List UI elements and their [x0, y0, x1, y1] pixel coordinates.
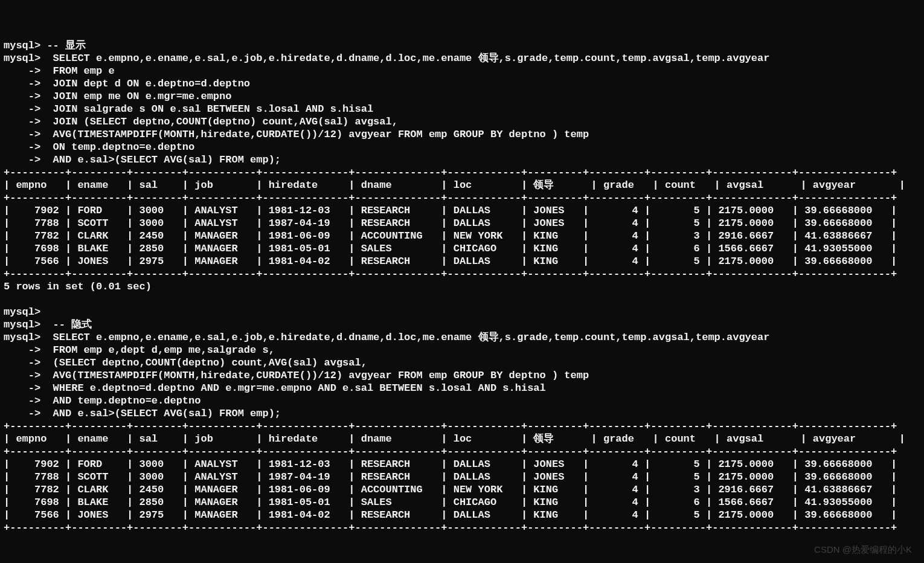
watermark: CSDN @热爱编程的小K [814, 543, 912, 556]
terminal-output: mysql> -- 显示 mysql> SELECT e.empno,e.ena… [4, 39, 924, 534]
